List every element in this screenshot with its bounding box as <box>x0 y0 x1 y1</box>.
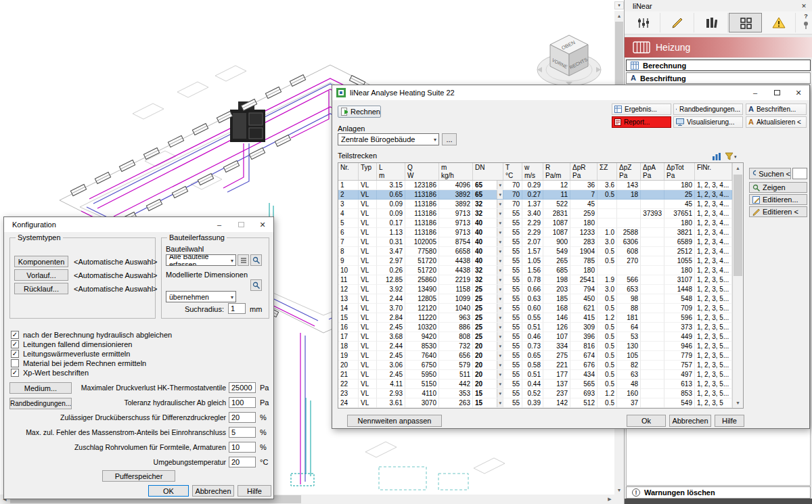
table-row-12[interactable]: 12VL3.9213490115825▾550.662037943.065314… <box>338 285 732 294</box>
dn-combo[interactable]: 15▾ <box>473 389 503 398</box>
dn-combo[interactable]: 25▾ <box>473 304 503 313</box>
teilstrecken-table[interactable]: Nr.TypLmQWmkg/hDNT°Cwm/sRPa/mΔpRPaΣΖΔpZP… <box>338 162 744 409</box>
checkbox-unchecked[interactable] <box>11 359 19 367</box>
dialog-titlebar[interactable]: liNear Analyse Heating Suite 22 – ✕ <box>332 85 809 100</box>
chevron-down-icon[interactable]: ▾ <box>497 361 503 369</box>
chevron-down-icon[interactable]: ▾ <box>497 380 503 388</box>
minimize-button[interactable]: – <box>208 217 230 232</box>
col-header-11[interactable]: ΔpZPa <box>617 163 641 180</box>
chevron-down-icon[interactable]: ▾ <box>497 351 503 360</box>
chevron-down-icon[interactable]: ▾ <box>497 247 503 256</box>
chevron-down-icon[interactable]: ▾ <box>497 313 503 322</box>
anlagen-browse-button[interactable]: ... <box>442 133 457 145</box>
suchen-button[interactable]: Suchen < <box>749 168 791 179</box>
col-header-3[interactable]: QW <box>405 163 439 180</box>
dn-combo[interactable]: 20▾ <box>473 342 503 351</box>
table-row-15[interactable]: 15VL2.841122096325▾550.551464151.2181596… <box>338 313 732 323</box>
dn-combo[interactable]: 20▾ <box>473 361 503 370</box>
chevron-down-icon[interactable]: ▾ <box>497 181 503 189</box>
view-cube[interactable]: OBEN VORNE RECHTS <box>537 35 601 86</box>
rechnen-button[interactable]: Rechnen <box>338 106 381 118</box>
maximize-button[interactable] <box>766 85 788 100</box>
table-row-1[interactable]: 1VL3.15123186409665▾700.2912363.61431801… <box>338 181 732 190</box>
palette-titlebar[interactable]: liNear ✕ <box>625 0 812 12</box>
pin-icon[interactable] <box>803 21 809 29</box>
checkbox-row[interactable]: ✓nach der Berechnung hydraulisch abgleic… <box>11 330 172 340</box>
systemtyp-button-2[interactable]: Rücklauf... <box>14 283 68 294</box>
checkbox-checked[interactable]: ✓ <box>11 350 19 358</box>
checkbox-row[interactable]: ✓Leitungen fallend dimensionieren <box>11 340 172 349</box>
table-row-21[interactable]: 21VL2.45595051120▾550.511774340.5634971,… <box>338 370 732 380</box>
table-row-9[interactable]: 9VL2.9751720443840▾551.052657850.5270105… <box>338 256 732 266</box>
randbedingungen-button[interactable]: Randbedingungen... <box>9 398 72 409</box>
table-row-23[interactable]: 23VL2.93411035315▾550.522376931.21608531… <box>338 389 732 398</box>
editieren-inline-button[interactable]: Editieren < <box>749 206 807 217</box>
dn-combo[interactable]: 25▾ <box>473 313 503 323</box>
table-row-14[interactable]: 14VL3.7012120104025▾550.601686210.588709… <box>338 304 732 313</box>
dialog-titlebar[interactable]: Konfiguration – ✕ <box>4 217 273 232</box>
table-row-13[interactable]: 13VL2.4412805109925▾550.631854500.598548… <box>338 294 732 304</box>
chevron-down-icon[interactable]: ▾ <box>497 275 503 284</box>
scroll-up-arrow[interactable]: ▲ <box>733 163 743 173</box>
beschriften-button[interactable]: A Beschriften... <box>746 104 807 115</box>
dn-combo[interactable]: 40▾ <box>473 228 503 237</box>
abbrechen-button[interactable]: Abbrechen <box>192 485 234 497</box>
chevron-down-icon[interactable]: ▾ <box>497 266 503 275</box>
param-input[interactable]: 100 <box>229 397 256 408</box>
systemtyp-button-1[interactable]: Vorlauf... <box>14 269 68 281</box>
table-row-11[interactable]: 11VL12.8525860221932▾550.7819825411.9566… <box>338 275 732 285</box>
col-header-10[interactable]: ΣΖ <box>597 163 617 180</box>
chevron-down-icon[interactable]: ▾ <box>497 370 503 379</box>
editieren-dialog-button[interactable]: Editieren... <box>749 194 807 205</box>
table-row-7[interactable]: 7VL0.31102005875440▾552.079002833.063066… <box>338 237 732 247</box>
close-button[interactable]: ✕ <box>788 85 809 100</box>
param-input[interactable]: 20 <box>229 457 256 467</box>
dn-combo[interactable]: 25▾ <box>473 332 503 342</box>
param-input[interactable]: 10 <box>229 442 256 453</box>
filter-icon[interactable]: ▾ <box>725 152 737 161</box>
dn-combo[interactable]: 20▾ <box>473 380 503 389</box>
chevron-down-icon[interactable]: ▾ <box>497 323 503 331</box>
chevron-down-icon[interactable]: ▾ <box>497 228 503 237</box>
table-row-17[interactable]: 17VL3.68942080825▾550.461073960.5534491,… <box>338 332 732 342</box>
table-row-8[interactable]: 8VL3.4777580665840▾551.5754919040.560825… <box>338 247 732 256</box>
dn-combo[interactable]: 32▾ <box>473 275 503 285</box>
table-row-22[interactable]: 22VL4.11515044220▾550.441375650.5486131,… <box>338 380 732 389</box>
dn-combo[interactable]: 25▾ <box>473 323 503 332</box>
table-row-4[interactable]: 4VL0.09113186971332▾553.4028312593739337… <box>338 209 732 219</box>
dn-combo[interactable]: 40▾ <box>473 237 503 247</box>
suchradius-input[interactable]: 1 <box>228 303 246 314</box>
col-header-13[interactable]: ΔpTotPa <box>664 163 695 180</box>
dn-combo[interactable]: 20▾ <box>473 370 503 380</box>
table-row-16[interactable]: 16VL2.451032088625▾550.511263090.5643731… <box>338 323 732 332</box>
section-header-heizung[interactable]: Heizung <box>625 37 812 58</box>
dimensionen-search-button[interactable] <box>250 279 262 291</box>
suchen-input[interactable] <box>792 168 807 179</box>
chevron-down-icon[interactable]: ▾ <box>497 209 503 218</box>
close-button[interactable]: ✕ <box>252 217 273 232</box>
modules-grid-icon[interactable] <box>729 13 762 32</box>
report-button[interactable]: Report... <box>612 116 671 128</box>
dn-combo[interactable]: 65▾ <box>473 181 503 190</box>
chevron-down-icon[interactable]: ▾ <box>497 237 503 246</box>
col-header-2[interactable]: Lm <box>377 163 405 180</box>
param-input[interactable]: 5 <box>229 427 256 438</box>
param-input[interactable]: 25000 <box>229 382 256 393</box>
chevron-down-icon[interactable]: ▾ <box>497 256 503 265</box>
chevron-down-icon[interactable]: ▾ <box>497 398 503 407</box>
palette-close-button[interactable]: ✕ <box>798 3 809 9</box>
table-scrollbar[interactable]: ▲ ▼ <box>732 163 743 408</box>
col-header-14[interactable]: FlNr. <box>695 163 732 180</box>
tables-icon[interactable] <box>695 13 728 32</box>
chevron-down-icon[interactable]: ▾ <box>497 190 503 199</box>
warning-icon[interactable] <box>763 13 796 32</box>
randbedingungen-button[interactable]: Randbedingungen... <box>673 104 743 115</box>
table-row-18[interactable]: 18VL2.44853073220▾550.733348160.51309461… <box>338 342 732 351</box>
dimensionen-select[interactable]: übernehmen ▾ <box>166 291 236 302</box>
dn-combo[interactable]: 40▾ <box>473 247 503 256</box>
dn-combo[interactable]: 65▾ <box>473 190 503 200</box>
checkbox-row[interactable]: Material bei jedem Rechnen ermitteln <box>11 359 172 368</box>
dn-combo[interactable]: 32▾ <box>473 200 503 209</box>
col-header-4[interactable]: mkg/h <box>439 163 473 180</box>
table-row-24[interactable]: 24VL3.61307026315▾550.391425120.5375491,… <box>338 398 732 408</box>
